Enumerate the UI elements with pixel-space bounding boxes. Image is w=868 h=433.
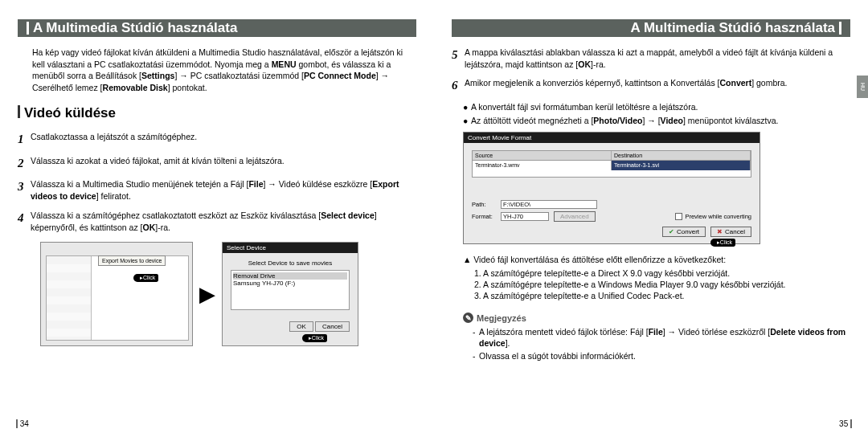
dialog-title: Select Device [223,243,358,253]
language-tab: HU [857,76,868,98]
check-line: 3. A számítógépre telepítette-e a Unifie… [474,290,850,301]
bullet: ● Az áttöltött videót megnézheti a [Phot… [463,115,850,127]
path-field: F:\VIDEO\ [501,200,597,209]
step-num: 5 [452,47,465,71]
path-label: Path: [472,201,501,208]
step-num: 2 [18,155,31,173]
bullet-text: Az áttöltött videót megnézheti a [Photo/… [471,115,778,127]
step-3: 3 Válassza ki a Multimedia Studio menüjé… [18,178,416,202]
step-text: Válassza ki a számítógéphez csatlakoztat… [31,210,416,234]
screenshot-2: Select Device Select Device to save movi… [222,242,358,346]
section-title: Videó küldése [18,105,416,121]
click-badge: ▸Click [133,274,158,282]
step-text: Válassza ki a Multimedia Studio menüjéne… [31,178,416,202]
arrow-right-icon: ▶ [199,282,215,307]
check-line: 2. A számítógépre telepítette-e a Window… [474,279,850,290]
left-header: A Multimedia Stúdió használata [18,19,416,37]
step-1: 1 Csatlakoztassa a lejátszót a számítógé… [18,131,416,149]
page-number-right: 35 [839,419,852,428]
note-line: -Olvassa el a súgót további információké… [473,350,850,362]
step-num: 6 [452,77,465,95]
format-field: YH-J70 [501,212,549,221]
ok-button: OK [289,321,313,332]
note-title: ✎ Megjegyzés [463,312,850,323]
step-2: 2 Válassza ki azokat a videó fájlokat, a… [18,155,416,173]
convert-button: ✔Convert [662,227,706,237]
right-page: A Multimedia Stúdió használata 5 A mappa… [434,0,868,433]
dialog-label: Select Device to save movies [231,259,350,267]
dialog-title: Convert Movie Format [464,133,760,143]
step-text: A mappa kiválasztási ablakban válassza k… [465,47,850,71]
cancel-button: ✖Cancel [710,227,751,237]
screenshot-1: Export Movies to device ▸Click [40,242,193,346]
header-title: A Multimedia Stúdió használata [631,20,835,36]
step-4: 4 Válassza ki a számítógéphez csatlakozt… [18,210,416,234]
bullet: ●A konvertált fájl svi formátumban kerül… [463,101,850,113]
step-text: Csatlakoztassa a lejátszót a számítógéph… [31,131,416,149]
click-badge: ▸Click [302,334,327,342]
file-table: Source Destination Terminator-3.wmv Term… [472,150,751,178]
step-text: Amikor megjelenik a konverziós képernyő,… [465,77,850,95]
preview-checkbox: Preview while converting [675,213,751,220]
header-title: A Multimedia Stúdió használata [33,20,237,36]
step-num: 1 [18,131,31,149]
step-text: Válassza ki azokat a videó fájlokat, ami… [31,155,416,173]
section-bar-icon [18,105,20,118]
cancel-button: Cancel [315,321,350,332]
screenshots-row: Export Movies to device ▸Click ▶ Select … [40,242,416,346]
checklist-title: ▲ Videó fájl konvertálása és áttöltése e… [463,254,850,265]
page-number-left: 34 [16,419,29,428]
right-header: A Multimedia Stúdió használata [452,19,850,37]
intro-text: Ha kép vagy videó fájlokat kíván átkülde… [32,47,416,94]
check-line: 1. A számítógépre telepítette-e a Direct… [474,268,850,279]
header-bar-icon [27,22,29,35]
advanced-button: Advanced [554,211,596,222]
tree-pane [47,256,92,340]
col-source: Source [473,151,612,160]
export-tooltip: Export Movies to device [98,255,166,266]
note-icon: ✎ [463,312,473,323]
device-list: Removal Drive Samsung YH-J70 (F:) [231,270,350,310]
note-line: - A lejátszóra mentett videó fájlok törl… [473,326,850,349]
header-bar-icon [839,22,841,35]
format-label: Format: [472,213,501,220]
step-5: 5 A mappa kiválasztási ablakban válassza… [452,47,850,71]
left-page: A Multimedia Stúdió használata Ha kép va… [0,0,434,433]
step-num: 3 [18,178,31,202]
cell-source: Terminator-3.wmv [473,161,612,170]
bullet-text: A konvertált fájl svi formátumban kerül … [471,101,698,113]
col-dest: Destination [612,151,751,160]
checklist: ▲ Videó fájl konvertálása és áttöltése e… [463,254,850,302]
list-item: Samsung YH-J70 (F:) [233,280,347,287]
list-item: Removal Drive [233,272,347,280]
screenshot-3: Convert Movie Format Source Destination … [463,132,760,244]
cell-dest: Terminator-3-1.svi [612,161,751,170]
click-badge: ▸Click [710,239,735,247]
manual-spread: A Multimedia Stúdió használata Ha kép va… [0,0,868,433]
step-6: 6 Amikor megjelenik a konverziós képerny… [452,77,850,95]
step-num: 4 [18,210,31,234]
